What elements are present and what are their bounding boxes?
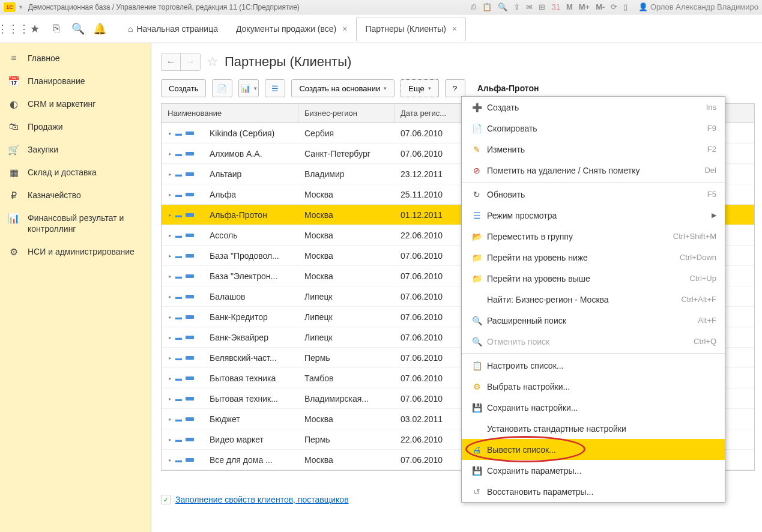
- menu-icon: ➕: [470, 103, 483, 112]
- sidebar-item-7[interactable]: 📊Финансовый результат и контроллинг: [0, 207, 151, 240]
- menu-icon: 💾: [470, 466, 483, 476]
- create-based-button[interactable]: Создать на основании ▾: [291, 79, 395, 97]
- row-handle: ▸▬: [162, 191, 204, 198]
- sidebar-item-0[interactable]: ≡Главное: [0, 47, 151, 70]
- fill-properties-link[interactable]: Заполнение свойств клиентов, поставщиков: [175, 495, 349, 504]
- menu-label: Перейти на уровень выше: [483, 274, 690, 283]
- copy-button[interactable]: 📄: [212, 79, 232, 97]
- menu-icon: ↻: [470, 190, 483, 199]
- page-title: Партнеры (Клиенты): [225, 54, 351, 70]
- list-button[interactable]: ☰: [265, 79, 285, 97]
- print-icon[interactable]: ⎙: [471, 2, 476, 11]
- close-icon[interactable]: ×: [342, 24, 347, 34]
- menu-shortcut: F9: [707, 124, 716, 133]
- col-date[interactable]: Дата регис...: [395, 104, 467, 122]
- menu-item-7[interactable]: 📂Переместить в группуCtrl+Shift+M: [462, 226, 725, 247]
- sidebar-label: Финансовый результат и контроллинг: [28, 213, 142, 234]
- menu-item-5[interactable]: ↻ОбновитьF5: [462, 184, 725, 205]
- menu-item-17[interactable]: Установить стандартные настройки: [462, 418, 725, 439]
- menu-item-6[interactable]: ☰Режим просмотра▶: [462, 205, 725, 226]
- cell-name: Альтаир: [204, 169, 298, 179]
- sidebar-icon: ≡: [8, 53, 19, 64]
- cell-region: Санкт-Петербург: [298, 149, 395, 159]
- refresh-icon[interactable]: ⟳: [611, 2, 617, 11]
- menu-item-11[interactable]: 🔍Расширенный поискAlt+F: [462, 310, 725, 331]
- more-dropdown: ➕СоздатьIns📄СкопироватьF9✎ИзменитьF2⊘Пом…: [461, 96, 725, 503]
- menu-item-8[interactable]: 📁Перейти на уровень нижеCtrl+Down: [462, 247, 725, 268]
- menu-label: Найти: Бизнес-регион - Москва: [483, 295, 681, 304]
- mail-icon[interactable]: ✉: [526, 2, 533, 11]
- menu-item-1[interactable]: 📄СкопироватьF9: [462, 118, 725, 139]
- doc-icon: ✓: [161, 495, 171, 504]
- sidebar-item-6[interactable]: ₽Казначейство: [0, 184, 151, 207]
- tab-partners[interactable]: Партнеры (Клиенты) ×: [356, 17, 466, 41]
- menu-item-0[interactable]: ➕СоздатьIns: [462, 97, 725, 118]
- submenu-arrow-icon: ▶: [712, 211, 716, 219]
- tab-documents[interactable]: Документы продажи (все) ×: [227, 17, 357, 41]
- panel-icon[interactable]: ▯: [623, 2, 627, 11]
- create-button[interactable]: Создать: [161, 79, 206, 97]
- bell-icon[interactable]: 🔔: [91, 20, 108, 37]
- upload-icon[interactable]: ⇪: [513, 2, 520, 11]
- search-toolbar-icon[interactable]: 🔍: [70, 20, 86, 37]
- m-button[interactable]: M: [566, 2, 573, 11]
- more-button[interactable]: Еще ▾: [401, 79, 438, 97]
- menu-label: Создать: [483, 103, 706, 112]
- cell-name: Алхимов А.А.: [204, 149, 298, 159]
- menu-icon: 🔍: [470, 316, 483, 325]
- sidebar-item-5[interactable]: ▦Склад и доставка: [0, 161, 151, 184]
- forward-button[interactable]: →: [181, 53, 200, 70]
- menu-item-19[interactable]: 💾Сохранить параметры...: [462, 460, 725, 481]
- sidebar-label: НСИ и администрирование: [28, 246, 135, 257]
- sidebar-icon: 📅: [8, 76, 19, 86]
- menu-item-10[interactable]: Найти: Бизнес-регион - МоскваCtrl+Alt+F: [462, 289, 725, 310]
- close-icon[interactable]: ×: [452, 24, 457, 34]
- col-name[interactable]: Наименование: [162, 104, 298, 122]
- menu-item-20[interactable]: ↺Восстановить параметры...: [462, 481, 725, 502]
- titlebar: 1C ▼ Демонстрационная база / Управление …: [0, 0, 762, 14]
- calendar-icon[interactable]: 31: [551, 2, 560, 11]
- chart-button[interactable]: 📊▾: [238, 79, 259, 97]
- tab-home[interactable]: ⌂ Начальная страница: [119, 17, 227, 41]
- row-handle: ▸▬: [162, 334, 204, 341]
- favorite-icon[interactable]: ☆: [207, 54, 219, 70]
- row-handle: ▸▬: [162, 416, 204, 423]
- menu-item-3[interactable]: ⊘Пометить на удаление / Снять пометкуDel: [462, 160, 725, 181]
- sidebar-item-2[interactable]: ◐CRM и маркетинг: [0, 92, 151, 115]
- menu-item-14[interactable]: 📋Настроить список...: [462, 355, 725, 376]
- menu-item-2[interactable]: ✎ИзменитьF2: [462, 139, 725, 160]
- menu-label: Расширенный поиск: [483, 316, 698, 325]
- sidebar-item-8[interactable]: ⚙НСИ и администрирование: [0, 240, 151, 263]
- apps-icon[interactable]: ⋮⋮⋮: [5, 20, 22, 37]
- m-minus-button[interactable]: M-: [596, 2, 605, 11]
- menu-icon: ↺: [470, 487, 483, 497]
- col-region[interactable]: Бизнес-регион: [298, 104, 395, 122]
- m-plus-button[interactable]: M+: [579, 2, 590, 11]
- row-handle: ▸▬: [162, 436, 204, 443]
- cell-date: 07.06.2010: [395, 373, 467, 383]
- menu-shortcut: F5: [707, 190, 716, 199]
- menu-label: Изменить: [483, 145, 707, 154]
- sidebar-item-4[interactable]: 🛒Закупки: [0, 138, 151, 161]
- cell-date: 25.11.2010: [395, 190, 467, 199]
- menu-shortcut: Del: [704, 166, 716, 175]
- copy-icon[interactable]: 📋: [482, 2, 492, 11]
- row-handle: ▸▬: [162, 232, 204, 239]
- menu-item-18[interactable]: 🖨Вывести список...: [462, 439, 725, 460]
- sidebar-item-3[interactable]: 🛍Продажи: [0, 115, 151, 138]
- logo-dropdown-icon[interactable]: ▼: [18, 4, 23, 10]
- menu-item-9[interactable]: 📁Перейти на уровень вышеCtrl+Up: [462, 268, 725, 289]
- calc-icon[interactable]: ⊞: [539, 2, 545, 11]
- row-handle: ▸▬: [162, 354, 204, 361]
- star-icon[interactable]: ★: [26, 20, 43, 37]
- menu-item-15[interactable]: ⚙Выбрать настройки...: [462, 376, 725, 397]
- menu-item-16[interactable]: 💾Сохранить настройки...: [462, 397, 725, 418]
- link-icon[interactable]: ⎘: [48, 20, 65, 37]
- menu-item-12[interactable]: 🔍Отменить поискCtrl+Q: [462, 331, 725, 352]
- back-button[interactable]: ←: [162, 53, 181, 70]
- help-button[interactable]: ?: [445, 79, 465, 97]
- user-label: 👤 Орлов Александр Владимиро: [638, 2, 758, 11]
- menu-icon: 📁: [470, 253, 483, 262]
- sidebar-item-1[interactable]: 📅Планирование: [0, 70, 151, 92]
- search-icon[interactable]: 🔍: [498, 2, 507, 11]
